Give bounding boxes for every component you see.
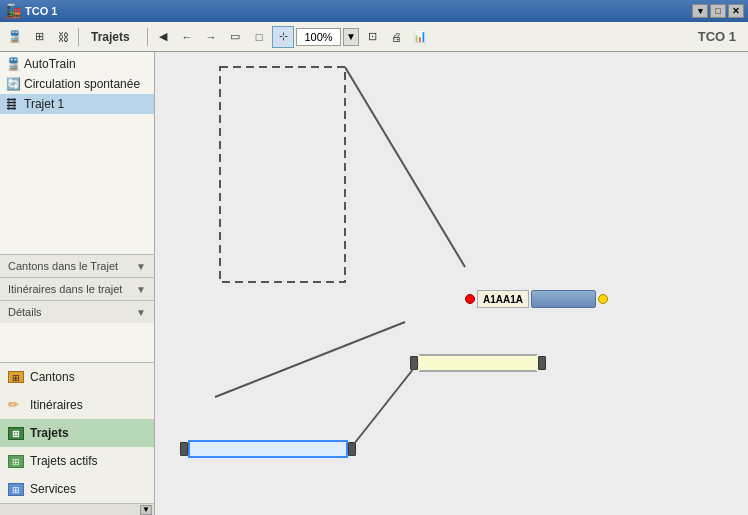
sidebar-scrollbar[interactable]: ▼ xyxy=(0,503,154,515)
tree-item-circulation[interactable]: 🔄 Circulation spontanée xyxy=(0,74,154,94)
cantons-icon: ⊞ xyxy=(8,371,24,383)
nav-label-itineraires: Itinéraires xyxy=(30,398,83,412)
nav-item-itineraires[interactable]: ✏ Itinéraires xyxy=(0,391,154,419)
svg-rect-0 xyxy=(220,67,345,282)
toolbar: 🚆 ⊞ ⛓ Trajets ◀ ← → ▭ □ ⊹ 100% ▼ ⊡ 🖨 📊 T… xyxy=(0,22,748,52)
toolbar-stats-btn[interactable]: 📊 xyxy=(409,26,431,48)
tree-item-autotrain[interactable]: 🚆 AutoTrain xyxy=(0,54,154,74)
train-block-a: A1AA1A xyxy=(465,290,608,308)
track-endpoint-left-b xyxy=(410,356,418,370)
dropdown-header-itineraires[interactable]: Itinéraires dans le trajet ▼ xyxy=(0,278,154,300)
toolbar-link-btn[interactable]: ⛓ xyxy=(52,26,74,48)
train-car-a xyxy=(531,290,596,308)
canvas-area: A1AA1A xyxy=(155,52,748,515)
toolbar-print-btn[interactable]: 🖨 xyxy=(385,26,407,48)
window-title: TCO 1 xyxy=(25,5,57,17)
title-bar-left: 🚂 TCO 1 xyxy=(4,3,57,19)
toolbar-back-btn[interactable]: ◀ xyxy=(152,26,174,48)
dropdown-label-cantons: Cantons dans le Trajet xyxy=(8,260,118,272)
nav-section: ⊞ Cantons ✏ Itinéraires ⊞ Trajets ⊞ Traj… xyxy=(0,362,154,503)
nav-label-trajets: Trajets xyxy=(30,426,69,440)
trajets-actifs-icon: ⊞ xyxy=(8,455,24,468)
tree-label-trajet1: Trajet 1 xyxy=(24,97,64,111)
chevron-details: ▼ xyxy=(136,307,146,318)
toolbar-icon-btn[interactable]: 🚆 xyxy=(4,26,26,48)
main-layout: 🚆 AutoTrain 🔄 Circulation spontanée 🛤 Tr… xyxy=(0,52,748,515)
dropdown-label-itineraires: Itinéraires dans le trajet xyxy=(8,283,122,295)
track-endpoint-left-c xyxy=(180,442,188,456)
svg-line-3 xyxy=(350,363,418,449)
zoom-input[interactable]: 100% xyxy=(296,28,341,46)
toolbar-separator-2 xyxy=(147,28,148,46)
toolbar-square-btn[interactable]: □ xyxy=(248,26,270,48)
chevron-cantons: ▼ xyxy=(136,261,146,272)
toolbar-select-btn[interactable]: ⊹ xyxy=(272,26,294,48)
circulation-icon: 🔄 xyxy=(6,77,20,91)
chevron-itineraires: ▼ xyxy=(136,284,146,295)
toolbar-grid-btn[interactable]: ⊞ xyxy=(28,26,50,48)
toolbar-separator-1 xyxy=(78,28,79,46)
toolbar-label: Trajets xyxy=(83,30,143,44)
tree-label-circulation: Circulation spontanée xyxy=(24,77,140,91)
nav-label-trajets-actifs: Trajets actifs xyxy=(30,454,98,468)
zoom-control[interactable]: 100% ▼ xyxy=(296,28,359,46)
autotrain-icon: 🚆 xyxy=(6,57,20,71)
restore-button[interactable]: □ xyxy=(710,4,726,18)
endpoint-yellow-right xyxy=(598,294,608,304)
track-block-b xyxy=(410,354,546,372)
toolbar-rect-btn[interactable]: ▭ xyxy=(224,26,246,48)
dropdown-label-details: Détails xyxy=(8,306,42,318)
scroll-down-arrow[interactable]: ▼ xyxy=(140,505,152,515)
dropdown-cantons: Cantons dans le Trajet ▼ xyxy=(0,254,154,277)
dropdown-header-details[interactable]: Détails ▼ xyxy=(0,301,154,323)
nav-item-trajets[interactable]: ⊞ Trajets xyxy=(0,419,154,447)
trajets-icon: ⊞ xyxy=(8,427,24,440)
title-bar: 🚂 TCO 1 ▾ □ ✕ xyxy=(0,0,748,22)
itineraires-icon: ✏ xyxy=(8,397,24,413)
track-endpoint-right-c xyxy=(348,442,356,456)
train-label-a: A1AA1A xyxy=(477,290,529,308)
services-icon: ⊞ xyxy=(8,483,24,496)
sidebar: 🚆 AutoTrain 🔄 Circulation spontanée 🛤 Tr… xyxy=(0,52,155,515)
tco-label: TCO 1 xyxy=(698,29,744,44)
track-endpoint-right-b xyxy=(538,356,546,370)
nav-item-cantons[interactable]: ⊞ Cantons xyxy=(0,363,154,391)
sidebar-tree: 🚆 AutoTrain 🔄 Circulation spontanée 🛤 Tr… xyxy=(0,52,154,362)
zoom-dropdown-btn[interactable]: ▼ xyxy=(343,28,359,46)
svg-line-2 xyxy=(215,322,405,397)
dropdown-itineraires: Itinéraires dans le trajet ▼ xyxy=(0,277,154,300)
nav-label-services: Services xyxy=(30,482,76,496)
track-segment-b xyxy=(418,354,538,372)
title-bar-controls[interactable]: ▾ □ ✕ xyxy=(692,4,744,18)
toolbar-right-btn[interactable]: → xyxy=(200,26,222,48)
close-button[interactable]: ✕ xyxy=(728,4,744,18)
toolbar-zoom-fit-btn[interactable]: ⊡ xyxy=(361,26,383,48)
dropdown-details: Détails ▼ xyxy=(0,300,154,323)
track-segment-c xyxy=(188,440,348,458)
tree-label-autotrain: AutoTrain xyxy=(24,57,76,71)
nav-item-trajets-actifs[interactable]: ⊞ Trajets actifs xyxy=(0,447,154,475)
nav-label-cantons: Cantons xyxy=(30,370,75,384)
tree-item-trajet1[interactable]: 🛤 Trajet 1 xyxy=(0,94,154,114)
dropdown-header-cantons[interactable]: Cantons dans le Trajet ▼ xyxy=(0,255,154,277)
nav-item-services[interactable]: ⊞ Services xyxy=(0,475,154,503)
endpoint-red-left xyxy=(465,294,475,304)
svg-line-1 xyxy=(345,67,465,267)
track-block-c xyxy=(180,440,356,458)
minimize-button[interactable]: ▾ xyxy=(692,4,708,18)
trajet-icon: 🛤 xyxy=(6,97,20,111)
toolbar-left-btn[interactable]: ← xyxy=(176,26,198,48)
